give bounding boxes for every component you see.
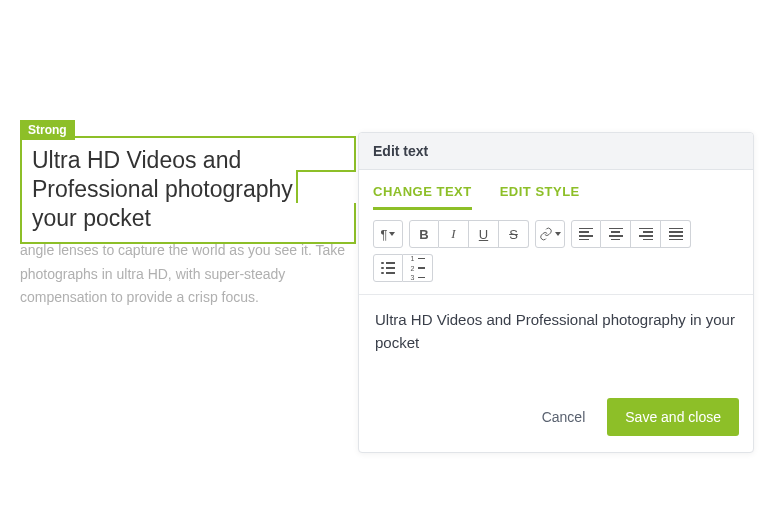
panel-title: Edit text [359,133,753,170]
edit-text-panel: Edit text CHANGE TEXT EDIT STYLE ¶ B I U… [358,132,754,453]
align-justify-icon [669,228,683,240]
cancel-button[interactable]: Cancel [538,401,590,433]
panel-tabs: CHANGE TEXT EDIT STYLE [359,170,753,210]
align-left-button[interactable] [571,220,601,248]
tab-change-text[interactable]: CHANGE TEXT [373,184,472,210]
align-right-button[interactable] [631,220,661,248]
save-and-close-button[interactable]: Save and close [607,398,739,436]
italic-button[interactable]: I [439,220,469,248]
selection-badge: Strong [20,120,75,140]
text-editor[interactable]: Ultra HD Videos and Professional photogr… [359,295,753,384]
formatting-toolbar: ¶ B I U S [359,210,753,295]
underline-icon: U [479,227,488,242]
strikethrough-button[interactable]: S [499,220,529,248]
bulleted-list-button[interactable] [373,254,403,282]
panel-footer: Cancel Save and close [359,384,753,452]
align-right-icon [639,228,653,240]
chevron-down-icon [555,232,561,236]
bold-icon: B [419,227,428,242]
bold-button[interactable]: B [409,220,439,248]
tab-edit-style[interactable]: EDIT STYLE [500,184,580,210]
align-justify-button[interactable] [661,220,691,248]
align-left-icon [579,228,593,240]
link-button[interactable] [535,220,565,248]
numbered-list-button[interactable]: 1 2 3 [403,254,433,282]
align-center-button[interactable] [601,220,631,248]
strikethrough-icon: S [509,227,518,242]
pilcrow-icon: ¶ [381,227,388,242]
underline-button[interactable]: U [469,220,499,248]
italic-icon: I [451,226,455,242]
bulleted-list-icon [381,262,395,275]
numbered-list-icon: 1 2 3 [411,255,425,281]
align-center-icon [609,228,623,240]
chevron-down-icon [389,232,395,236]
paragraph-style-button[interactable]: ¶ [373,220,403,248]
link-icon [539,227,553,241]
selection-outline-notch [296,170,356,203]
